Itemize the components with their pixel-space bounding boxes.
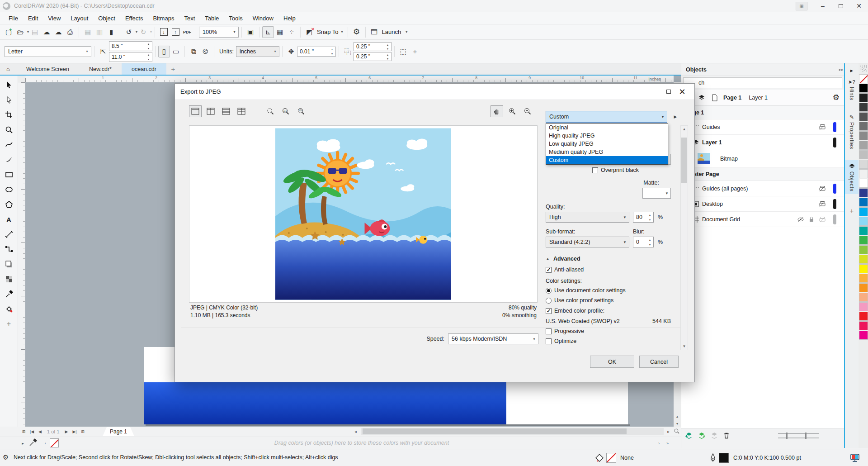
tab-properties[interactable]: ✎ Properties xyxy=(845,111,859,152)
vertical-ruler[interactable] xyxy=(18,82,25,427)
tab-ocean-cdr[interactable]: ocean.cdr xyxy=(122,63,166,75)
page-tab[interactable]: Page 1 xyxy=(103,427,134,436)
redo-caret-icon[interactable]: ▾ xyxy=(150,30,152,34)
page-size-combo[interactable]: Letter▾ xyxy=(5,46,91,57)
outline-color-swatch[interactable] xyxy=(719,453,729,463)
palette-color-swatch[interactable] xyxy=(859,264,868,273)
page-icon[interactable] xyxy=(712,94,718,101)
account-icon[interactable]: ▣ xyxy=(796,2,807,10)
scroll-right-icon[interactable]: ▸ xyxy=(665,428,672,436)
preset-option[interactable]: High quality JPEG xyxy=(546,132,668,140)
tab-welcome-screen[interactable]: Welcome Screen xyxy=(16,63,79,75)
layers-icon[interactable] xyxy=(698,94,705,101)
layer-color-pill[interactable] xyxy=(833,214,836,224)
menu-item[interactable]: File xyxy=(4,12,23,24)
artistic-media-tool-icon[interactable] xyxy=(2,153,16,166)
use-proof-color-row[interactable]: Use color proof settings xyxy=(546,297,613,304)
tab-hints[interactable]: ➤? Hints xyxy=(845,76,859,103)
status-gear-icon[interactable]: ⚙ xyxy=(3,453,9,461)
speed-combo[interactable]: 56 kbps Modem/ISDN▾ xyxy=(448,333,538,344)
palette-color-swatch[interactable] xyxy=(859,103,868,112)
manager-page-label[interactable]: Page 1 xyxy=(723,95,741,101)
export-icon[interactable]: ↑ xyxy=(170,26,181,38)
palette-color-swatch[interactable] xyxy=(859,217,868,226)
tray-expand-icon[interactable]: » xyxy=(664,439,671,447)
add-tool-icon[interactable]: + xyxy=(2,317,16,331)
menu-item[interactable]: Table xyxy=(200,12,224,24)
paste-special-icon[interactable]: ▮ xyxy=(105,26,117,38)
two-vertical-previews-icon[interactable] xyxy=(204,105,217,117)
preset-option[interactable]: Low quality JPEG xyxy=(546,140,668,148)
horizontal-scrollbar-thumb[interactable] xyxy=(363,428,627,434)
minimize-button[interactable]: – xyxy=(814,0,832,12)
text-tool-icon[interactable]: A xyxy=(2,213,16,226)
dialog-scrollbar[interactable]: ▲ ▼ xyxy=(680,125,688,350)
ruler-origin-corner[interactable] xyxy=(18,76,25,82)
scroll-down-icon[interactable]: ▾ xyxy=(674,420,681,427)
scroll-up-icon[interactable]: ▲ xyxy=(681,126,688,133)
scrollbar-thumb[interactable] xyxy=(681,138,687,183)
page-height-field[interactable]: 11.0 " ▴▾ xyxy=(109,52,152,62)
print-disabled-icon[interactable] xyxy=(819,185,826,192)
tray-scroll-left-icon[interactable]: ‹ xyxy=(42,439,49,447)
print-disabled-icon[interactable] xyxy=(819,216,826,223)
palette-color-swatch[interactable] xyxy=(859,274,868,283)
palette-color-swatch[interactable] xyxy=(859,302,868,311)
polygon-tool-icon[interactable] xyxy=(2,198,16,211)
zoom-tool-icon[interactable] xyxy=(2,123,16,137)
use-document-color-row[interactable]: Use document color settings xyxy=(546,287,626,294)
ellipse-tool-icon[interactable] xyxy=(2,183,16,196)
snap-off-icon[interactable]: ◩✕ xyxy=(303,26,315,38)
single-preview-icon[interactable] xyxy=(189,105,202,117)
layer-row-guides[interactable]: Guides xyxy=(681,119,844,135)
docker-resize-handle[interactable] xyxy=(778,433,819,438)
scroll-up-icon[interactable]: ▴ xyxy=(674,413,681,419)
page-section-header[interactable]: Page 1 xyxy=(681,106,844,119)
color-eyedropper-tool-icon[interactable] xyxy=(2,287,16,301)
export-preview-area[interactable] xyxy=(189,125,538,303)
add-page-start-icon[interactable]: ⊞ xyxy=(20,428,28,436)
use-proof-radio[interactable] xyxy=(546,298,552,304)
preset-option[interactable]: Medium quality JPEG xyxy=(546,148,668,156)
layer-row-desktop[interactable]: Desktop xyxy=(681,196,844,212)
show-grid-icon[interactable]: ▦ xyxy=(274,26,286,38)
palette-color-swatch[interactable] xyxy=(859,150,868,159)
preset-combo[interactable]: Custom ▾ xyxy=(546,111,667,123)
menu-item[interactable]: Object xyxy=(93,12,120,24)
search-input[interactable]: ch xyxy=(683,77,842,88)
menu-item[interactable]: Edit xyxy=(23,12,43,24)
all-pages-icon[interactable]: ⧉ xyxy=(188,46,199,57)
cloud-upload-icon[interactable]: ☁ xyxy=(52,26,64,38)
layer-row-guides-all-pages[interactable]: Guides (all pages) xyxy=(681,181,844,196)
save-icon[interactable]: ▤ xyxy=(29,26,41,38)
palette-color-swatch[interactable] xyxy=(859,245,868,254)
delete-icon[interactable] xyxy=(723,432,730,439)
show-rulers-icon[interactable]: ⊾ xyxy=(262,26,274,38)
pan-hand-icon[interactable] xyxy=(491,105,503,117)
palette-color-swatch[interactable] xyxy=(859,160,868,169)
embed-profile-row[interactable]: ✓ Embed color profile: xyxy=(546,308,604,314)
layer-color-pill[interactable] xyxy=(833,184,836,194)
palette-color-swatch[interactable] xyxy=(859,283,868,292)
tray-flyout-icon[interactable]: ▸ xyxy=(19,439,27,447)
cloud-download-icon[interactable]: ☁ xyxy=(41,26,52,38)
last-page-icon[interactable]: ▶| xyxy=(71,428,79,436)
outline-pen-icon[interactable] xyxy=(710,453,716,462)
palette-color-swatch[interactable] xyxy=(859,169,868,178)
ok-button[interactable]: OK xyxy=(590,356,634,368)
embed-profile-checkbox[interactable]: ✓ xyxy=(546,308,552,314)
preset-flyout-icon[interactable]: ▶ xyxy=(672,113,679,121)
rectangle-tool-icon[interactable] xyxy=(2,168,16,181)
quality-percent-field[interactable]: 80 ▴▾ xyxy=(633,212,654,223)
layer-color-pill[interactable] xyxy=(833,122,836,132)
horizontal-ruler[interactable]: 1 2 3 4 5 6 7 8 9 10 11 inches xyxy=(25,76,674,82)
progressive-row[interactable]: Progressive xyxy=(546,328,584,334)
palette-color-swatch[interactable] xyxy=(859,293,868,302)
tab-new-cdr[interactable]: New.cdr* xyxy=(79,63,122,75)
menu-item[interactable]: Bitmaps xyxy=(148,12,179,24)
close-button[interactable]: ✕ xyxy=(850,0,868,12)
subformat-combo[interactable]: Standard (4:2:2) ▾ xyxy=(546,237,629,247)
dialog-close-icon[interactable]: ✕ xyxy=(675,86,689,98)
portrait-icon[interactable]: ▯ xyxy=(158,46,170,57)
redo-icon[interactable]: ↻ xyxy=(137,26,149,38)
